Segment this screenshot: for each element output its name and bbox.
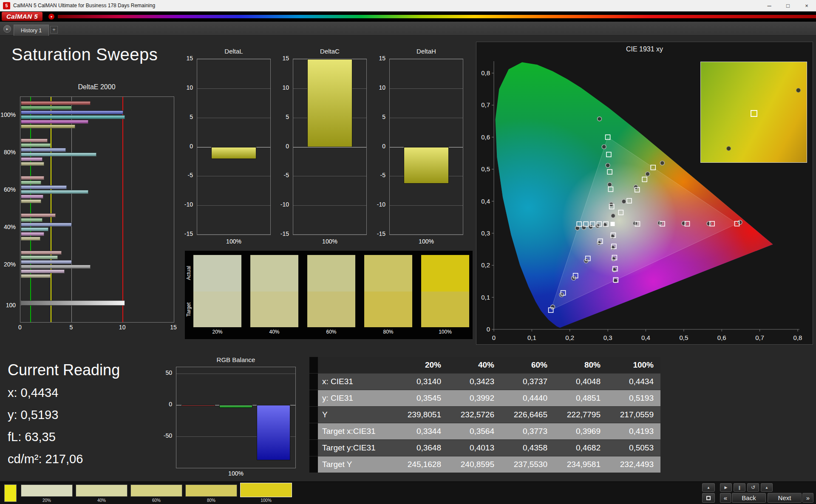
- table-column-header: 40%: [448, 357, 501, 374]
- saturation-patch-strip: 20%40%60%80%100%: [0, 482, 816, 504]
- current-reading-cdm2: cd/m²: 217,06: [8, 452, 83, 466]
- deltae-bar: [21, 237, 40, 241]
- actual-target-swatch-panel: Actual Target 20%40%60%80%100%: [185, 251, 473, 339]
- svg-text:0,2: 0,2: [565, 334, 574, 341]
- axis-tick-label: -10: [176, 201, 193, 208]
- next-button[interactable]: Next: [768, 493, 802, 503]
- actual-swatch: [250, 255, 298, 292]
- measurement-marker: [726, 146, 731, 151]
- axis-tick-label: 15: [176, 55, 193, 62]
- table-row-label: x: CIE31: [318, 374, 395, 390]
- actual-swatch: [193, 255, 241, 292]
- measurement-table-grid: 20%40%60%80%100%x: CIE310,31400,34230,37…: [309, 357, 660, 473]
- table-cell: 232,5726: [448, 407, 501, 423]
- window-title: CalMAN 5 CalMAN Ultimate for Business 17…: [13, 3, 760, 8]
- tab-nav-arrow-button[interactable]: ▸: [3, 25, 11, 33]
- measurement-marker: [796, 88, 801, 93]
- deltae-bar: [21, 274, 51, 278]
- deltae-bar: [21, 157, 42, 161]
- actual-swatch: [364, 255, 412, 292]
- table-column-header: 20%: [395, 357, 448, 374]
- patch-level-label: 40%: [76, 498, 128, 503]
- svg-text:0,7: 0,7: [755, 334, 764, 341]
- minimize-button[interactable]: ─: [760, 0, 779, 11]
- table-row-label: Target Y: [318, 456, 395, 473]
- svg-text:0,5: 0,5: [679, 334, 688, 341]
- table-row: y: CIE310,35450,39920,44400,48510,5193: [309, 390, 660, 407]
- svg-text:0,4: 0,4: [641, 334, 650, 341]
- svg-text:0,2: 0,2: [481, 261, 490, 269]
- close-button[interactable]: ×: [797, 0, 816, 11]
- patch-swatch-100%[interactable]: [240, 483, 292, 497]
- calman-app-icon: 5: [3, 2, 10, 9]
- deltae-chart: [20, 96, 174, 323]
- table-row-label: Y: [318, 407, 395, 423]
- patch-level-label: 100%: [240, 498, 292, 503]
- svg-text:0,3: 0,3: [604, 334, 612, 341]
- table-cell: 0,3344: [395, 423, 448, 440]
- patch-swatch-60%[interactable]: [130, 484, 182, 497]
- deltae-bar: [21, 227, 48, 231]
- table-cell: 0,3773: [501, 423, 554, 440]
- current-reading-fl: fL: 63,35: [8, 430, 56, 444]
- table-spine: [309, 357, 318, 374]
- axis-tick-label: 15: [170, 324, 177, 331]
- deltae-bar: [21, 218, 42, 222]
- patch-swatch-20%[interactable]: [21, 484, 73, 497]
- deltae-bar: [21, 269, 65, 273]
- eject-button[interactable]: ▲: [761, 483, 773, 492]
- back-button[interactable]: Back: [732, 493, 766, 503]
- green-bar: [219, 405, 253, 408]
- patch-level-label: 80%: [185, 498, 237, 503]
- deltae-bar: [21, 181, 41, 184]
- svg-text:0,5: 0,5: [481, 165, 490, 173]
- play-button[interactable]: ▶: [720, 483, 732, 492]
- pause-button[interactable]: ∥: [734, 483, 745, 492]
- deltae-bar: [21, 148, 66, 152]
- patch-swatch-80%[interactable]: [185, 484, 237, 497]
- gridline: [197, 118, 270, 118]
- table-row: Target Y245,1628240,8595237,5530234,9581…: [309, 456, 660, 473]
- table-corner-cell: [318, 357, 395, 374]
- table-cell: 0,5053: [607, 440, 660, 456]
- gridline: [390, 205, 463, 206]
- axis-tick-label: 0: [272, 143, 289, 150]
- bar: [404, 147, 449, 184]
- gridline: [197, 88, 270, 89]
- deltae-bar: [21, 232, 44, 236]
- target-swatch: [250, 292, 298, 327]
- deltac-chart: [293, 59, 367, 235]
- repeat-button[interactable]: ↺: [747, 483, 759, 492]
- swatch-level-label: 60%: [307, 329, 355, 335]
- patch-swatch-40%[interactable]: [76, 484, 128, 497]
- table-row-label: Target x:CIE31: [318, 423, 395, 440]
- table-cell: 226,6465: [501, 407, 554, 423]
- stop-button[interactable]: [702, 493, 715, 503]
- patch-level-label: 60%: [130, 498, 182, 503]
- deltae-bar: [21, 190, 88, 194]
- gridline: [197, 176, 270, 176]
- current-reading-y: y: 0,5193: [8, 408, 58, 422]
- axis-tick-label: -5: [272, 172, 289, 178]
- axis-tick-label: 10: [176, 84, 193, 91]
- table-row: Target y:CIE310,36480,40130,43580,46820,…: [309, 440, 660, 456]
- tab-history-1[interactable]: History 1: [14, 25, 49, 36]
- table-spine: [309, 374, 318, 390]
- svg-text:0: 0: [487, 326, 490, 333]
- logo-dropdown-icon[interactable]: ▾: [48, 14, 54, 20]
- table-cell: 217,0559: [607, 407, 660, 423]
- svg-text:0,8: 0,8: [793, 334, 802, 341]
- measurement-table: 20%40%60%80%100%x: CIE310,31400,34230,37…: [309, 357, 660, 473]
- next-fast-button[interactable]: »: [802, 493, 813, 503]
- chevrons-left-icon: «: [724, 494, 727, 501]
- gridline: [390, 118, 463, 118]
- deltah-chart: [389, 59, 463, 235]
- swatch-level-label: 100%: [421, 329, 469, 335]
- blue-bar: [257, 405, 290, 460]
- axis-tick-label: -15: [272, 230, 289, 237]
- add-tab-button[interactable]: +: [50, 26, 58, 34]
- gridline: [71, 97, 72, 322]
- collapse-button[interactable]: ▲: [702, 483, 715, 492]
- back-fast-button[interactable]: «: [720, 493, 731, 503]
- maximize-button[interactable]: □: [779, 0, 797, 11]
